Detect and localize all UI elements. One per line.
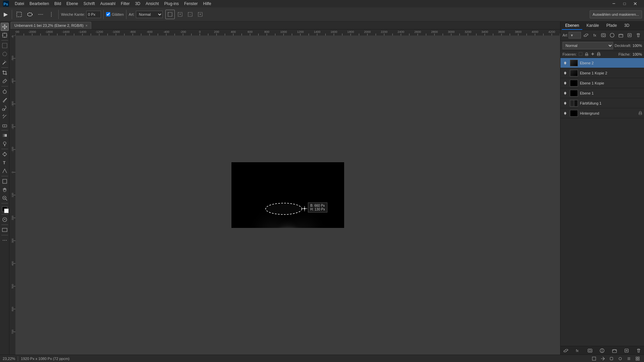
eraser-tool[interactable] <box>1 121 9 129</box>
quick-mask-btn[interactable] <box>1 216 9 224</box>
extra-tools-btn[interactable]: ⋯ <box>1 236 9 244</box>
background-color[interactable] <box>4 208 9 213</box>
menu-ansicht[interactable]: Ansicht <box>143 0 161 7</box>
maximize-btn[interactable]: □ <box>620 0 629 8</box>
flache-value[interactable]: 100% <box>633 52 642 56</box>
layer-eye-hintergrund[interactable] <box>562 111 568 116</box>
lock-artboard-btn[interactable] <box>591 52 595 57</box>
glatten-label[interactable]: Glätten <box>112 12 123 16</box>
new-group-btn[interactable] <box>617 32 625 39</box>
status-icon-3[interactable] <box>608 355 615 362</box>
adj-bottom-btn[interactable] <box>599 347 605 354</box>
new-fill-adj-btn[interactable] <box>608 32 616 39</box>
canvas-viewport[interactable]: @keyframes march-ant { from { stroke-das… <box>15 36 560 355</box>
menu-3d[interactable]: 3D <box>132 0 143 7</box>
tool-preset-btn[interactable]: ▶ <box>2 10 9 19</box>
single-col-select-btn[interactable] <box>47 10 56 19</box>
layer-item-hintergrund[interactable]: Hintergrund <box>560 108 644 118</box>
panel-tab-ebenen[interactable]: Ebenen <box>562 22 582 30</box>
menu-bild[interactable]: Bild <box>52 0 64 7</box>
status-icon-2[interactable] <box>599 355 606 362</box>
status-icon-1[interactable] <box>590 355 598 362</box>
eyedropper-tool[interactable] <box>1 77 9 85</box>
magic-wand-tool[interactable] <box>1 58 9 66</box>
dodge-tool[interactable] <box>1 140 9 148</box>
move-tool[interactable] <box>1 23 9 31</box>
history-brush-tool[interactable] <box>1 113 9 121</box>
rect-select-btn[interactable] <box>14 10 24 19</box>
select-mask-btn[interactable]: Auswählen und maskieren... <box>590 10 642 18</box>
menu-datei[interactable]: Datei <box>12 0 27 7</box>
deckkraft-value[interactable]: 100% <box>633 44 642 48</box>
menu-bearbeiten[interactable]: Bearbeiten <box>27 0 52 7</box>
layer-eye-ebene1[interactable] <box>562 90 568 96</box>
menu-filter[interactable]: Filter <box>118 0 132 7</box>
lock-all-btn[interactable] <box>597 52 601 57</box>
tab-close-btn[interactable]: × <box>86 24 88 27</box>
art-select[interactable]: Normal Fixiert Festes Seitenverhältnis F… <box>136 11 163 18</box>
add-style-btn[interactable]: fx <box>591 32 598 39</box>
panel-tab-3d[interactable]: 3D <box>621 22 633 30</box>
menu-hilfe[interactable]: Hilfe <box>201 0 214 7</box>
layer-eye-farbfullung[interactable] <box>562 101 568 106</box>
layer-mode-select[interactable]: Normal Auflösen Abdunkeln Multiplizieren… <box>562 42 613 49</box>
layer-item-ebene1[interactable]: Ebene 1 <box>560 88 644 98</box>
layer-item-ebene1k2[interactable]: Ebene 1 Kopie 2 <box>560 68 644 78</box>
single-row-select-btn[interactable] <box>36 10 45 19</box>
intersect-selection-btn[interactable]: × <box>196 10 205 19</box>
crop-tool[interactable] <box>1 69 9 77</box>
menu-auswahl[interactable]: Auswahl <box>98 0 118 7</box>
menu-plugins[interactable]: Plug-ins <box>162 0 181 7</box>
gradient-tool[interactable] <box>1 131 9 139</box>
subtract-selection-btn[interactable]: - <box>185 10 195 19</box>
lock-transparent-btn[interactable] <box>579 52 583 57</box>
status-icon-5[interactable] <box>625 355 633 362</box>
panel-tab-pfade[interactable]: Pfade <box>603 22 620 30</box>
path-select-tool[interactable] <box>1 167 9 175</box>
zoom-tool[interactable] <box>1 194 9 202</box>
fx-bottom-btn[interactable]: fx <box>575 347 581 354</box>
art-dropdown[interactable]: ▼ <box>569 32 581 39</box>
layer-eye-ebene1k[interactable] <box>562 80 568 86</box>
add-mask-btn[interactable] <box>600 32 607 39</box>
link-layers-btn[interactable] <box>582 32 590 39</box>
spot-heal-tool[interactable] <box>1 87 9 96</box>
layer-eye-ebene2[interactable] <box>562 60 568 66</box>
rect-select-tool[interactable] <box>1 42 9 50</box>
layer-item-ebene2[interactable]: Ebene 2 <box>560 58 644 68</box>
screen-mode-btn[interactable] <box>1 226 9 234</box>
document-tab[interactable]: Unbenannt-1 bei 23,2% (Ebene 2, RGB/8) × <box>11 22 91 29</box>
menu-ebene[interactable]: Ebene <box>64 0 81 7</box>
status-icon-4[interactable] <box>616 355 624 362</box>
add-selection-btn[interactable]: + <box>175 10 185 19</box>
menu-schrift[interactable]: Schrift <box>81 0 98 7</box>
minimize-btn[interactable]: − <box>609 0 619 8</box>
artboard-tool[interactable] <box>1 31 9 39</box>
mask-bottom-btn[interactable] <box>587 347 593 354</box>
elliptical-select-btn[interactable] <box>25 10 35 19</box>
clone-stamp-tool[interactable] <box>1 104 9 112</box>
layer-item-ebene1k[interactable]: Ebene 1 Kopie <box>560 78 644 88</box>
weiche-kante-input[interactable] <box>86 11 101 18</box>
new-layer-bottom-btn[interactable] <box>623 347 630 354</box>
lasso-tool[interactable] <box>1 50 9 58</box>
close-btn[interactable]: ✕ <box>631 0 640 8</box>
brush-tool[interactable] <box>1 96 9 104</box>
shape-tool[interactable] <box>1 177 9 185</box>
panel-tab-kanale[interactable]: Kanäle <box>583 22 602 30</box>
link-layers-bottom-btn[interactable] <box>562 347 569 354</box>
group-bottom-btn[interactable] <box>611 347 618 354</box>
layer-item-farbfullung[interactable]: Färbfüllung 1 <box>560 98 644 108</box>
glatten-checkbox[interactable] <box>106 12 110 16</box>
new-selection-btn[interactable] <box>165 10 175 19</box>
hand-tool[interactable] <box>1 186 9 194</box>
status-icon-6[interactable] <box>634 355 641 362</box>
delete-layer-bottom-btn[interactable] <box>635 347 642 354</box>
text-tool[interactable]: T <box>1 159 9 167</box>
pen-tool[interactable] <box>1 150 9 158</box>
menu-fenster[interactable]: Fenster <box>181 0 201 7</box>
layer-eye-ebene1k2[interactable] <box>562 70 568 76</box>
delete-layer-btn[interactable] <box>635 32 642 39</box>
new-layer-btn[interactable] <box>626 32 633 39</box>
lock-image-btn[interactable] <box>585 52 589 57</box>
